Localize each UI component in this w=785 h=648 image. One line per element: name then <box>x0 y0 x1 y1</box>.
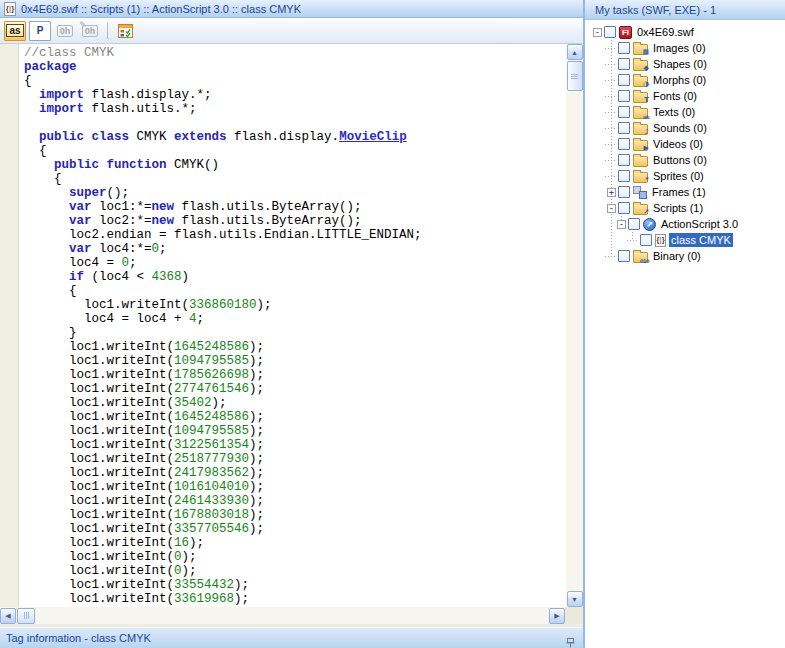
expand-toggle[interactable]: - <box>607 204 616 213</box>
expand-toggle[interactable]: - <box>593 28 602 37</box>
actionscript-view-button[interactable]: as <box>4 21 26 41</box>
tree-item[interactable]: ◆Shapes (0) <box>585 56 785 72</box>
pin-icon[interactable] <box>566 634 575 648</box>
tree-item-label[interactable]: Morphs (0) <box>651 73 708 87</box>
tree-connector <box>605 128 617 129</box>
code-token <box>99 158 107 172</box>
vertical-scroll-thumb[interactable] <box>567 61 583 91</box>
code-line: var loc4:*=0; <box>24 242 566 256</box>
code-token: flash.display. <box>227 130 340 144</box>
tree-item[interactable]: ◑Morphs (0) <box>585 72 785 88</box>
scroll-right-button[interactable]: ▶ <box>549 608 565 624</box>
tree-item[interactable]: ▶Videos (0) <box>585 136 785 152</box>
tree-item[interactable]: -↗ActionScript 3.0 <box>585 216 785 232</box>
tree-item[interactable]: ♪Sounds (0) <box>585 120 785 136</box>
tree-item-label[interactable]: Texts (0) <box>651 105 697 119</box>
task-checkbox[interactable] <box>618 42 630 54</box>
code-token: loc4:*= <box>92 242 152 256</box>
tree-item-label[interactable]: Scripts (1) <box>651 201 705 215</box>
as3-icon: ↗ <box>643 218 656 231</box>
scroll-down-button[interactable]: ▼ <box>567 591 583 607</box>
expand-toggle[interactable]: + <box>607 188 616 197</box>
code-token: 0 <box>152 242 160 256</box>
task-checkbox[interactable] <box>618 202 630 214</box>
task-checkbox[interactable] <box>618 138 630 150</box>
code-token <box>24 214 69 228</box>
tree-item[interactable]: 010Binary (0) <box>585 248 785 264</box>
tree-item[interactable]: -Fl0x4E69.swf <box>585 24 785 40</box>
code-token: CMYK <box>129 130 174 144</box>
tree-item-label[interactable]: Images (0) <box>651 41 708 55</box>
task-checkbox[interactable] <box>618 122 630 134</box>
code-editor[interactable]: //class CMYKpackage{ import flash.displa… <box>0 44 583 607</box>
folder-videos-icon: ▶ <box>633 137 648 151</box>
pcode-view-button[interactable]: P <box>29 21 51 41</box>
task-checkbox[interactable] <box>618 58 630 70</box>
code-token: 1785626698 <box>174 368 249 382</box>
code-token: ); <box>249 466 264 480</box>
code-token: { <box>24 284 77 298</box>
tree-item-label[interactable]: Videos (0) <box>651 137 705 151</box>
code-token: function <box>107 158 167 172</box>
tree-item-label[interactable]: Fonts (0) <box>651 89 699 103</box>
task-checkbox[interactable] <box>640 234 652 246</box>
code-line: loc1.writeInt(2518777930); <box>24 452 566 466</box>
tree-item-label[interactable]: ActionScript 3.0 <box>659 217 740 231</box>
toolbar-separator <box>107 23 108 39</box>
scroll-left-button[interactable]: ◀ <box>0 608 16 624</box>
code-token: (); <box>107 186 130 200</box>
tree-item[interactable]: Buttons (0) <box>585 152 785 168</box>
horizontal-scrollbar[interactable]: ◀ ▶ <box>0 607 565 624</box>
task-checkbox[interactable] <box>618 170 630 182</box>
options-button[interactable] <box>114 21 136 41</box>
task-checkbox[interactable] <box>618 250 630 262</box>
tree-item-label[interactable]: class CMYK <box>669 233 733 247</box>
code-token: loc1.writeInt( <box>24 494 174 508</box>
hex-view-label: 0h <box>57 25 74 37</box>
tree-item-label[interactable]: Binary (0) <box>651 249 703 263</box>
checklist-icon <box>118 24 133 38</box>
task-checkbox[interactable] <box>618 154 630 166</box>
scroll-up-button[interactable]: ▲ <box>567 44 583 60</box>
tree-item-label[interactable]: 0x4E69.swf <box>635 25 696 39</box>
code-line: import flash.display.*; <box>24 88 566 102</box>
code-token: CMYK() <box>167 158 220 172</box>
task-checkbox[interactable] <box>618 74 630 86</box>
code-token: 2461433930 <box>174 494 249 508</box>
horizontal-scroll-thumb[interactable] <box>17 608 35 624</box>
tree-item[interactable]: -↗Scripts (1) <box>585 200 785 216</box>
folder-buttons-icon <box>633 153 648 167</box>
tree-item-label[interactable]: Sprites (0) <box>651 169 706 183</box>
tree-item[interactable]: {|}class CMYK <box>585 232 785 248</box>
expand-toggle[interactable]: - <box>617 220 626 229</box>
tree-item-label[interactable]: Frames (1) <box>650 185 708 199</box>
code-line <box>24 116 566 130</box>
task-checkbox[interactable] <box>618 90 630 102</box>
code-token: loc1.writeInt( <box>24 522 174 536</box>
code-line: loc1.writeInt(2774761546); <box>24 382 566 396</box>
tree-connector <box>605 160 617 161</box>
task-checkbox[interactable] <box>604 26 616 38</box>
code-token: ); <box>234 578 249 592</box>
tree-item-label[interactable]: Buttons (0) <box>651 153 709 167</box>
tree-item[interactable]: +Frames (1) <box>585 184 785 200</box>
code-token: var <box>69 242 92 256</box>
task-checkbox[interactable] <box>618 186 630 198</box>
task-checkbox[interactable] <box>628 218 640 230</box>
code-token: ); <box>234 592 249 606</box>
code-token: flash.utils.*; <box>84 102 197 116</box>
code-token: (loc4 < <box>84 270 152 284</box>
tree-item-label[interactable]: Shapes (0) <box>651 57 709 71</box>
code-token: 1016104010 <box>174 480 249 494</box>
tree-item[interactable]: abTexts (0) <box>585 104 785 120</box>
task-checkbox[interactable] <box>618 106 630 118</box>
tree-item[interactable]: *Sprites (0) <box>585 168 785 184</box>
tree-item-label[interactable]: Sounds (0) <box>651 121 709 135</box>
vertical-scrollbar[interactable]: ▲ ▼ <box>566 44 583 607</box>
pcode-view-label: P <box>34 25 47 36</box>
code-line: loc1.writeInt(2417983562); <box>24 466 566 480</box>
type-hyperlink[interactable]: MovieClip <box>339 130 407 144</box>
code-token: flash.utils.ByteArray(); <box>174 214 362 228</box>
tree-item[interactable]: TFonts (0) <box>585 88 785 104</box>
tree-item[interactable]: ▦Images (0) <box>585 40 785 56</box>
